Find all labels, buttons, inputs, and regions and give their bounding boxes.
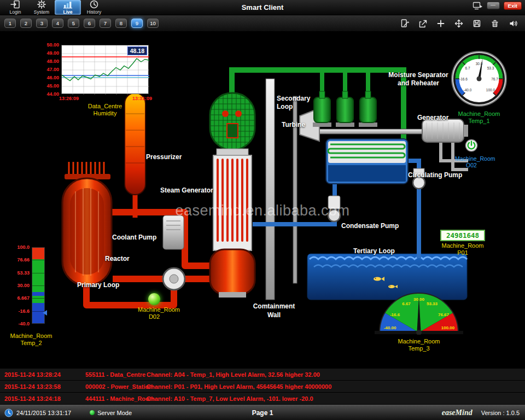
power-o02-caption: Machine_RoomO02 [455,155,488,168]
temp3-gauge-dial: -40.00 -16.6 6.67 30.00 53.33 76.67 100.… [374,283,464,335]
numeric-display-p01[interactable]: 24981648 Machine_RoomP01 [436,230,489,256]
audio-button[interactable] [508,18,518,29]
gauge-tick-label: -40.0 [464,88,472,92]
page-button-8[interactable]: 8 [115,19,127,28]
nav-live-label: Live [63,9,72,15]
alarm-message: Channel: P01 - P01, High Level Alarm, 45… [147,383,521,390]
bar-tick-label: 53.33 [10,270,30,276]
plus-icon [436,19,446,28]
page-button-2[interactable]: 2 [20,19,32,28]
label-pressurizer: Pressurizer [146,153,182,161]
page-edit-button[interactable] [399,18,410,29]
statusbar: 24/11/2015 13:31:17 Server Mode Page 1 e… [0,405,525,420]
trend-plot-area: 48.18 [61,45,149,94]
temp1-gauge-dial: -40.0 -16.6 6.7 30.0 53.3 76.7 100.0 [451,50,508,107]
page-button-7[interactable]: 7 [100,19,111,28]
gauge-tick-label: 53.3 [487,66,494,70]
nav-login-label: Login [10,9,21,15]
alarm-message: Channel: A04 - Temp_1, High Level Alarm,… [147,371,521,378]
nav-history-label: History [87,9,101,15]
watermark-text: easemind.en.alibaba.com [175,202,349,219]
bar-gauge-temp2[interactable]: 100.0 76.66 53.33 30.00 6.667 -16.6 -40.… [10,246,46,327]
alarm-device: 555111 - Data_Centre [85,371,147,378]
temp3-caption: Machine_RoomTemp_3 [374,338,464,352]
server-status-dot [90,410,95,415]
export-icon [418,19,428,28]
green-lamp [148,293,160,305]
save-button[interactable] [471,18,482,29]
lamp-indicator-d02[interactable]: Machine_RoomD02 [138,293,171,320]
screen-share-icon[interactable] [472,2,483,10]
alarm-row[interactable]: 2015-11-24 13:24:18 444111 - Machine_Roo… [0,393,525,405]
temp2-caption: Machine_RoomTemp_2 [5,332,57,347]
label-turbine: Turbine [282,121,305,129]
toolbar: 1 2 3 4 5 6 7 8 9 10 [0,15,525,32]
gauge-temp1-caption: Machine_RoomTemp_1 [448,110,510,125]
label-condensate-pump: Condensate Pump [341,222,399,230]
bar-tick-label: -16.6 [10,308,30,314]
page-button-6[interactable]: 6 [84,19,95,28]
page-button-4[interactable]: 4 [52,19,63,28]
page-button-9[interactable]: 9 [131,19,143,28]
page-button-10[interactable]: 10 [147,19,159,28]
bar-tick-label: -40.0 [10,321,30,326]
page-button-3[interactable]: 3 [36,19,48,28]
server-mode: Server Mode [90,410,132,416]
gauge-tick-label: 53.33 [427,301,438,306]
export-button[interactable] [417,18,428,29]
bar-tick-label: 30.00 [10,283,30,288]
add-button[interactable] [435,18,446,29]
nav-login[interactable]: Login [2,0,28,15]
label-secondary-loop: SecondaryLoop [277,95,310,111]
alarm-row[interactable]: 2015-11-24 13:28:24 555111 - Data_Centre… [0,369,525,381]
nav-system-label: System [34,9,49,15]
window-controls: — Exit [472,0,525,15]
gauge-tick-label: 6.67 [402,301,411,306]
gauge-tick-label: 76.67 [438,312,450,317]
exit-button[interactable]: Exit [504,2,522,10]
gauge-temp1[interactable]: -40.0 -16.6 6.7 30.0 53.3 76.7 100.0 Mac… [448,50,510,125]
alarm-row[interactable]: 2015-11-24 13:23:58 000002 - Power_Stati… [0,381,525,393]
bar-tick-label: 76.66 [10,257,30,262]
nav-live[interactable]: Live [55,0,81,15]
delete-button[interactable] [489,18,500,29]
y-axis-tick: 45.00 [40,83,59,89]
alarm-time: 2015-11-24 13:28:24 [4,371,85,378]
version-label: Version : 1.0.5 [481,410,520,416]
move-button[interactable] [453,18,464,29]
reactor [62,162,112,285]
alarm-message: Channel: A10 - Temp_7, Low Level Alarm, … [147,395,521,402]
statusbar-right: easeMind Version : 1.0.5 [442,409,525,417]
p01-value: 24981648 [440,230,485,241]
history-clock-icon [90,0,98,9]
x-axis-end: 13:31:09 [132,96,152,101]
nav-system[interactable]: System [28,0,55,15]
power-toggle-o02[interactable]: Machine_RoomO02 [455,139,488,168]
main-nav: Login System Live History [0,0,107,15]
save-floppy-icon [472,19,482,28]
minimize-button[interactable]: — [487,2,500,9]
page-button-5[interactable]: 5 [68,19,79,28]
label-generator: Generator [417,114,448,121]
bar-tick-label: 100.0 [10,244,30,250]
alarm-device: 000002 - Power_Station [85,383,147,390]
clock-icon [4,409,13,417]
login-icon [10,0,20,9]
trend-chart-humidity[interactable]: 50.00 49.00 48.00 47.00 46.00 45.00 44.0… [40,43,150,119]
label-containment-wall: ComtainmentWall [249,302,299,319]
y-axis-tick: 50.00 [40,42,59,48]
alarm-time: 2015-11-24 13:24:18 [4,395,85,402]
label-steam-generator: Steam Generator [160,186,213,194]
x-axis-ticks: 13:26:09 13:31:09 [59,96,152,101]
live-chart-icon [63,1,73,9]
label-circulating-pump: Circulating Pump [408,171,462,179]
speaker-icon [508,19,518,28]
gauge-tick-label: 100.0 [486,88,495,92]
page-button-1[interactable]: 1 [4,19,16,28]
d02-caption: Machine_RoomD02 [138,306,171,320]
moisture-separator-units [313,91,377,127]
tool-buttons [399,18,525,29]
nav-history[interactable]: History [81,0,107,15]
alarm-list: 2015-11-24 13:28:24 555111 - Data_Centre… [0,369,525,405]
gauge-temp3[interactable]: -40.00 -16.6 6.67 30.00 53.33 76.67 100.… [374,283,464,352]
